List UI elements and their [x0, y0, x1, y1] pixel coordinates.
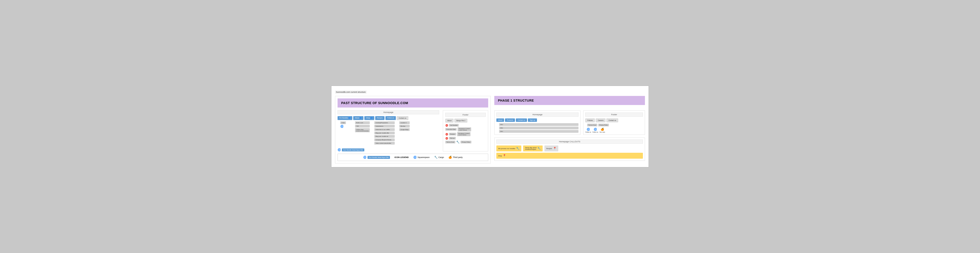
sku-3[interactable]: SKU [499, 130, 579, 133]
video-node[interactable]: Video content placeholder [374, 142, 395, 144]
follow-us-1: 🌀 Follow us [585, 128, 591, 133]
blog-stir-node[interactable]: Blog post: noodle stir [374, 135, 395, 138]
phase1-about[interactable]: About [496, 118, 504, 122]
sunnoodle-icon: 🌀 [337, 148, 341, 151]
cargo-legend: 🔧 Cargo [434, 156, 444, 159]
subscribe-eBBU-node[interactable]: Online shopenvironment/website [355, 128, 370, 132]
noodles-sub: Order 🌀 [340, 122, 346, 144]
footer-pickup[interactable]: Pick up [449, 137, 456, 139]
footer-items: ⛔ Get Noodles Executive Data Noodayas Co… [445, 124, 486, 144]
nav-for-noodles[interactable]: For Noodles 🌀 [337, 116, 352, 120]
blueprint-node[interactable]: Company Blueprint Books [374, 138, 395, 141]
tab-title: Sunnoodle.com current structure [336, 91, 366, 93]
nav-contact[interactable]: Contact us [397, 116, 408, 120]
suncare-label: Sun care [600, 131, 605, 133]
homepage-label: Homepage [337, 110, 439, 114]
callout-shop-icon: 📍 [503, 154, 506, 157]
phase1-careers[interactable]: Careers [596, 118, 606, 122]
phase1-callouts: Homepage CALLOUTS We process our noodles… [494, 138, 645, 161]
callout-process-text: We process our noodles [498, 148, 515, 149]
main-container: Sunnoodle.com current structure PAST STR… [331, 86, 649, 167]
footer-recipes-row: ⛔ Recipes Noodayas ContentLunch menus [445, 132, 486, 136]
sku-1[interactable]: SKU [499, 123, 579, 126]
footer-noodayas-2[interactable]: Noodayas ContentLunch menus [457, 132, 471, 136]
footer-recipes[interactable]: Recipes [449, 133, 456, 136]
footer-terms-row: Terms of use 🔧 Privacy Policy [445, 141, 486, 144]
followus-icon-2: 🌀 [594, 128, 597, 131]
phase1-header: PHASE 1 STRUCTURE [494, 96, 645, 105]
callouts-label: Homepage CALLOUTS [496, 139, 643, 144]
sunnoodle-legend-label: Sun Noodle Head Aqua Site [368, 156, 390, 159]
followus-label-1: Follow us [585, 131, 591, 133]
follow-sub: Location 1 Monday Google Maps [399, 122, 410, 144]
callout-sameday-icon: 🔧 [538, 147, 541, 150]
footer-about[interactable]: About [445, 118, 453, 123]
googlemaps-node[interactable]: Google Maps [399, 128, 410, 131]
footer-exec-data[interactable]: Executive Data [445, 128, 457, 131]
phase1-sku-items: SKU SKU SKU [499, 123, 579, 133]
footer-label-left: Footer [445, 113, 486, 117]
sku-2[interactable]: SKU [499, 126, 579, 129]
past-structure-header: PAST STRUCTURE OF SUNNOODLE.COM [337, 98, 488, 107]
recipes-sub: Cooking/Preparation Substitutions Subscr… [374, 122, 395, 144]
nav-recipes[interactable]: Recipes [375, 116, 385, 120]
phase1-terms[interactable]: Terms of use [587, 124, 597, 126]
squarespace-icon-1: 🌀 [340, 125, 344, 128]
build-cart-node[interactable]: Build a cart [355, 122, 370, 124]
suncare-icon: 🍊 [601, 128, 604, 131]
location1-node[interactable]: Location 1 [399, 122, 410, 124]
callout-process-icon: 🔧 [516, 147, 520, 150]
sunnoodle-label-area: 🌀 Sun Noodle Head Aqua Site [337, 148, 439, 151]
phase1-footer-contact[interactable]: Contact us [606, 118, 618, 122]
order-node[interactable]: Order [340, 122, 346, 124]
callout-shop-text: Shop [498, 155, 502, 157]
phase1-top: Homepage About Products Contact us Sign … [494, 110, 645, 135]
past-sub-items: Order 🌀 Build a cart TNF Online shopenvi… [337, 122, 439, 144]
followus-icon-1: 🌀 [587, 128, 590, 131]
callout-process: We process our noodles 🔧 [496, 146, 521, 151]
past-structure-section: PAST STRUCTURE OF SUNNOODLE.COM Homepage… [335, 96, 491, 163]
warning-icon-3: ⛔ [445, 137, 448, 139]
tnf-node[interactable]: TNF [355, 125, 370, 128]
substitutions-node[interactable]: Substitutions [374, 125, 395, 128]
callout-row: We process our noodles 🔧 Same-day serven… [496, 146, 643, 151]
shop-sub: Build a cart TNF Online shopenvironment/… [355, 122, 370, 144]
footer-noodayas-content[interactable]: Noodayas ContentLunch menus [458, 127, 471, 131]
monday-node[interactable]: Monday [399, 125, 410, 128]
phase1-section: PHASE 1 STRUCTURE Homepage About Product… [494, 96, 645, 163]
phase1-footer-icons: 🌀 Follow us 🌀 Follow us 🍊 Sun care [585, 128, 643, 133]
phase1-footer: Footer Policies Careers Contact us Terms… [583, 110, 645, 135]
third-party-legend: 🍊 Third party [449, 156, 463, 159]
nav-shop[interactable]: Shop 🌀 [364, 116, 374, 120]
footer-get-noodles[interactable]: Get Noodles [449, 124, 459, 126]
nav-about[interactable]: About 🌀 [353, 116, 363, 120]
phase1-privacy[interactable]: Privacy Policy [598, 124, 609, 126]
footer-diagram-left: Footer About Bonys File 2 ⛔ Get Noodles … [443, 110, 488, 151]
followus-label-2: Follow us [593, 131, 598, 133]
callout-recipes-text: Recipes [546, 148, 552, 149]
nav-follow[interactable]: Follow us [385, 116, 396, 120]
legend-title: ICON LEGEND [395, 156, 409, 159]
phase1-products[interactable]: Products [505, 118, 515, 122]
phase1-policies[interactable]: Policies [585, 118, 595, 122]
phase1-contact[interactable]: Contact us [516, 118, 527, 122]
cooking-node[interactable]: Cooking/Preparation [374, 122, 395, 124]
callout-shop: Shop 📍 [496, 153, 643, 159]
phase1-homepage: Homepage About Products Contact us Sign … [494, 110, 581, 135]
subscribe-node[interactable]: Subscribe to our e-BBU [374, 128, 395, 131]
sun-care: 🍊 Sun care [600, 128, 605, 133]
phase1-signup[interactable]: Sign up [528, 118, 537, 122]
footer-terms[interactable]: Terms of use [445, 141, 455, 143]
third-party-label: Third party [453, 156, 463, 159]
footer-bonys[interactable]: Bonys File 2 [454, 118, 467, 123]
cargo-label: Cargo [439, 156, 444, 159]
footer-get-noodles-row: ⛔ Get Noodles [445, 124, 486, 126]
phase1-footer-sub: Terms of use Privacy Policy [587, 124, 643, 126]
footer-privacy[interactable]: Privacy Policy [460, 141, 471, 143]
sunnoodle-legend-item: 🌀 Sun Noodle Head Aqua Site [363, 156, 390, 159]
phase1-homepage-label: Homepage [496, 112, 579, 117]
warning-icon-2: ⛔ [445, 133, 448, 136]
icon-legend: 🌀 Sun Noodle Head Aqua Site ICON LEGEND … [337, 154, 488, 161]
blog-offer-node[interactable]: Blog post: noodle offer [374, 131, 395, 135]
squarespace-legend: 🌀 Squarespace [413, 156, 430, 159]
